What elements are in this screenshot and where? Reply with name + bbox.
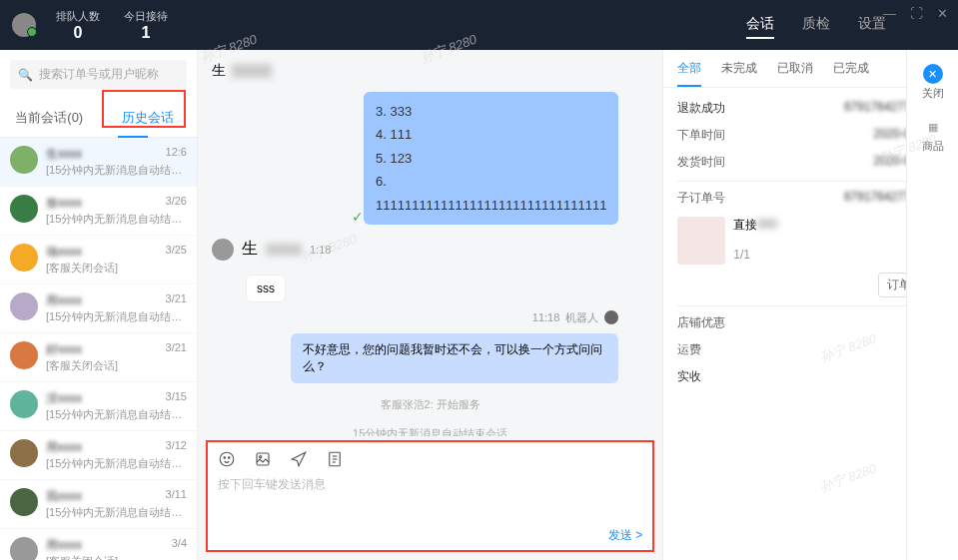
incoming-message: 3. 333 4. 111 5. 123 6. 1111111111111111… — [364, 92, 618, 225]
conv-avatar — [10, 390, 38, 418]
chat-header: 生 — [198, 50, 662, 92]
conv-name: 我xxxx — [46, 488, 82, 505]
today-value: 1 — [124, 24, 168, 42]
conv-preview: [客服关闭会话] — [46, 261, 187, 276]
bot-time: 11:18 — [532, 311, 560, 323]
conv-avatar — [10, 488, 38, 516]
conversation-item[interactable]: 用xxxx3/21 [15分钟内无新消息自动结束会话] — [0, 284, 197, 333]
conversation-item[interactable]: 用xxxx3/12 [15分钟内无新消息自动结束会话] — [0, 431, 197, 480]
conv-name: 生xxxx — [46, 146, 82, 163]
conversation-item[interactable]: 没xxxx3/15 [15分钟内无新消息自动结束会话] — [0, 382, 197, 431]
input-placeholder: 按下回车键发送消息 — [218, 476, 642, 493]
conv-preview: [15分钟内无新消息自动结束会话] — [46, 456, 187, 471]
conv-preview: [15分钟内无新消息自动结束会话] — [46, 505, 187, 520]
user-avatar[interactable] — [12, 13, 36, 37]
conv-time: 3/4 — [172, 537, 187, 554]
send-plane-icon[interactable] — [290, 450, 308, 468]
conv-name: 用xxxx — [46, 439, 82, 456]
chat-title-prefix: 生 — [212, 62, 226, 80]
conversation-item[interactable]: 我xxxx3/11 [15分钟内无新消息自动结束会话] — [0, 480, 197, 529]
msg-line: 4. 111 — [376, 123, 606, 146]
outgoing-message: sss — [246, 275, 286, 302]
svg-point-2 — [229, 457, 231, 459]
msg-sender: 生 — [242, 239, 258, 260]
chat-title-blur — [232, 64, 272, 78]
image-icon[interactable] — [254, 450, 272, 468]
msg-line: 6. 11111111111111111111111111111111 — [376, 170, 606, 217]
bot-icon — [604, 310, 618, 324]
svg-point-0 — [220, 452, 234, 466]
discount-label: 店铺优惠 — [677, 314, 725, 331]
tab-qc[interactable]: 质检 — [802, 11, 830, 39]
msg-sender-blur — [266, 244, 302, 256]
conv-preview: [客服关闭会话] — [46, 358, 187, 373]
conv-name: 放xxxx — [46, 195, 82, 212]
product-image — [677, 217, 725, 265]
tab-current-session[interactable]: 当前会话(0) — [0, 99, 99, 137]
svg-point-1 — [224, 457, 226, 459]
note-icon[interactable] — [326, 450, 344, 468]
maximize-icon[interactable]: ⛶ — [910, 6, 923, 21]
bot-timestamp: 11:18 机器人 — [242, 310, 618, 325]
msg-time: 1:18 — [310, 244, 331, 256]
ship-fee-label: 运费 — [677, 341, 701, 358]
rside-goods[interactable]: ▦ 商品 — [907, 117, 958, 154]
queue-label: 排队人数 — [56, 9, 100, 24]
conversation-item[interactable]: 好xxxx3/21 [客服关闭会话] — [0, 333, 197, 382]
conv-avatar — [10, 341, 38, 369]
svg-point-4 — [260, 456, 262, 458]
detail-tab-pending[interactable]: 未完成 — [721, 60, 757, 87]
conversation-item[interactable]: 用xxxx3/4 [客服关闭会话] — [0, 529, 197, 560]
order-time-label: 下单时间 — [677, 127, 725, 144]
close-icon[interactable]: ✕ — [937, 6, 948, 21]
conv-time: 3/21 — [166, 341, 187, 358]
queue-stat: 排队人数 0 — [56, 9, 100, 42]
emoji-icon[interactable] — [218, 450, 236, 468]
conv-preview: [客服关闭会话] — [46, 554, 187, 560]
rside-goods-label: 商品 — [907, 139, 958, 154]
detail-tab-done[interactable]: 已完成 — [833, 60, 869, 87]
detail-tab-all[interactable]: 全部 — [677, 60, 701, 87]
conv-time: 12:6 — [166, 146, 187, 163]
conversation-list: 生xxxx12:6 [15分钟内无新消息自动结束会话] 放xxxx3/26 [1… — [0, 138, 197, 560]
conv-preview: [15分钟内无新消息自动结束会话] — [46, 212, 187, 227]
conv-avatar — [10, 244, 38, 272]
tab-history-session[interactable]: 历史会话 — [99, 99, 198, 137]
search-placeholder: 搜索订单号或用户昵称 — [39, 66, 159, 83]
conv-time: 3/26 — [166, 195, 187, 212]
sub-order-label: 子订单号 — [677, 190, 725, 207]
rside-close-label: 关闭 — [907, 86, 958, 101]
conversation-item[interactable]: 放xxxx3/26 [15分钟内无新消息自动结束会话] — [0, 187, 197, 236]
grid-icon: ▦ — [923, 117, 943, 137]
conv-time: 3/11 — [166, 488, 187, 505]
conv-avatar — [10, 439, 38, 467]
minimize-icon[interactable]: — — [883, 6, 896, 21]
msg-avatar — [212, 239, 234, 261]
product-item[interactable]: 直接¥ 1.00 x1 1/1 — [677, 217, 944, 265]
conv-name: 场xxxx — [46, 244, 82, 261]
conv-avatar — [10, 537, 38, 560]
product-name: 直接 — [733, 218, 757, 232]
msg-line: 3. 333 — [376, 100, 606, 123]
today-label: 今日接待 — [124, 9, 168, 24]
pay-label: 实收 — [677, 368, 701, 385]
conv-time: 3/21 — [166, 292, 187, 309]
conv-name: 没xxxx — [46, 390, 82, 407]
tab-session[interactable]: 会话 — [746, 11, 774, 39]
tab-settings[interactable]: 设置 — [858, 11, 886, 39]
bot-label: 机器人 — [565, 310, 598, 325]
system-message: 15分钟内无新消息自动结束会话 — [212, 426, 648, 436]
detail-tab-cancelled[interactable]: 已取消 — [777, 60, 813, 87]
conv-name: 用xxxx — [46, 292, 82, 309]
rside-close[interactable]: ✕ 关闭 — [907, 64, 958, 101]
search-input[interactable]: 🔍 搜索订单号或用户昵称 — [10, 60, 187, 89]
conv-name: 好xxxx — [46, 341, 82, 358]
message-input-area[interactable]: 按下回车键发送消息 发送 > — [206, 440, 654, 552]
today-stat: 今日接待 1 — [124, 9, 168, 42]
conversation-item[interactable]: 场xxxx3/25 [客服关闭会话] — [0, 236, 197, 284]
msg-line: 5. 123 — [376, 147, 606, 170]
conversation-item[interactable]: 生xxxx12:6 [15分钟内无新消息自动结束会话] — [0, 138, 197, 187]
conv-time: 3/15 — [166, 390, 187, 407]
system-message: 客服张浩2: 开始服务 — [212, 397, 648, 412]
send-button[interactable]: 发送 > — [608, 527, 642, 544]
